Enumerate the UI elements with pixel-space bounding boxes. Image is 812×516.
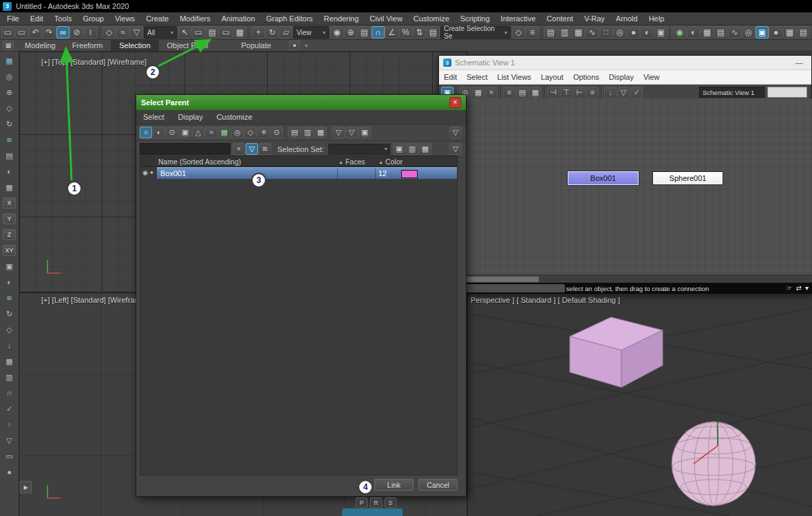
selected-row-highlight[interactable]: Box001 12	[157, 167, 457, 179]
ribbon-grid-icon[interactable]: ▦	[3, 41, 14, 50]
display-bones-icon[interactable]: ◇	[244, 127, 257, 138]
menu-customize[interactable]: Customize	[408, 12, 455, 25]
toolbar-icon[interactable]: ▤	[714, 26, 727, 39]
select-object-icon[interactable]: ↖	[178, 26, 191, 39]
tool-icon[interactable]: ≋	[3, 134, 16, 145]
row-color-swatch[interactable]	[401, 170, 418, 178]
menu-create[interactable]: Create	[140, 12, 174, 25]
display-lights-icon[interactable]: ⊙	[166, 127, 178, 138]
percent-snap-icon[interactable]: %	[399, 26, 412, 39]
schematic-menu-options[interactable]: Options	[568, 73, 604, 81]
dialog-menu-display[interactable]: Display	[171, 113, 210, 121]
rectangular-region-icon[interactable]: ▭	[220, 26, 233, 39]
toolbar-icon[interactable]: ▽	[130, 26, 143, 39]
select-and-rotate-icon[interactable]: ↻	[266, 26, 279, 39]
viewport-perspective-label[interactable]: Perspective ] [ Standard ] [ Default Sha…	[471, 296, 620, 304]
object-list[interactable]: ◉ ● Box001 12	[140, 166, 458, 475]
tool-icon[interactable]: ✓	[3, 403, 16, 414]
render-production-icon[interactable]: ▣	[654, 26, 667, 39]
bind-to-space-warp-icon[interactable]: ≀	[84, 26, 97, 39]
rendered-frame-icon[interactable]: ◐	[641, 26, 654, 39]
toolbar-icon[interactable]: ▤	[797, 26, 810, 39]
viewport-left-label[interactable]: [+] [Left] [Standard] [Wirefram	[41, 296, 141, 304]
menu-content[interactable]: Content	[541, 12, 579, 25]
selection-set-icon[interactable]: ▣	[393, 143, 405, 155]
selection-set-icon[interactable]: ▥	[406, 143, 418, 155]
menu-vray[interactable]: V-Ray	[579, 12, 610, 25]
dialog-menu-customize[interactable]: Customize	[210, 113, 259, 121]
tool-icon[interactable]: ▦	[3, 55, 16, 66]
tool-icon[interactable]: ↓	[3, 340, 16, 351]
menu-file[interactable]: File	[1, 12, 25, 25]
tab-object-paint[interactable]: Object Paint	[159, 40, 217, 51]
list-view-icon[interactable]: ▦	[314, 127, 327, 138]
display-hidden-icon[interactable]: ⊙	[270, 127, 283, 138]
ribbon-toggle-icon[interactable]: ▦	[572, 26, 585, 39]
display-groups-icon[interactable]: ▦	[218, 127, 231, 138]
window-crossing-icon[interactable]: ▦	[233, 26, 246, 39]
tool-icon[interactable]: ↻	[3, 118, 16, 129]
schematic-menu-display[interactable]: Display	[604, 73, 639, 81]
close-icon[interactable]: ×	[449, 97, 461, 108]
tool-icon[interactable]: ◎	[3, 71, 16, 82]
eye-icon[interactable]: ◉	[142, 169, 148, 176]
select-and-scale-icon[interactable]: ▱	[279, 26, 292, 39]
display-geometry-icon[interactable]: ◐	[153, 127, 165, 138]
pan-hand-icon[interactable]: ☞	[787, 284, 793, 292]
toolbar-icon[interactable]: ◇	[103, 26, 116, 39]
align-left-icon[interactable]: ⊣	[547, 87, 559, 98]
render-setup-icon[interactable]: ●	[627, 26, 640, 39]
clear-icon[interactable]: ×	[233, 143, 245, 155]
toolbar-icon[interactable]: ▭	[192, 26, 205, 39]
schematic-menu-edit[interactable]: Edit	[439, 73, 462, 81]
menu-graph-editors[interactable]: Graph Editors	[261, 12, 319, 25]
schematic-tool-icon[interactable]: ↓	[604, 87, 617, 98]
tool-icon[interactable]: ▭	[3, 451, 16, 462]
tool-icon[interactable]: ◇	[3, 324, 16, 335]
schematic-titlebar[interactable]: 3 Schematic View 1 —	[439, 56, 811, 70]
tool-icon[interactable]: ▤	[3, 150, 16, 161]
menu-views[interactable]: Views	[109, 12, 140, 25]
display-helpers-icon[interactable]: △	[192, 127, 204, 138]
undo-icon[interactable]: ↶	[29, 26, 42, 39]
tool-icon[interactable]: ◐	[3, 277, 16, 288]
toolbar-icon[interactable]: ▣	[756, 26, 769, 39]
menu-rendering[interactable]: Rendering	[319, 12, 365, 25]
filter-box-icon[interactable]: ▣	[359, 127, 371, 138]
menu-arnold[interactable]: Arnold	[610, 12, 643, 25]
toolbar-icon[interactable]: ◎	[742, 26, 755, 39]
reference-coordinate-dropdown[interactable]: View ▾	[293, 26, 329, 39]
display-frozen-icon[interactable]: ✳	[257, 127, 270, 138]
menu-edit[interactable]: Edit	[25, 12, 49, 25]
tool-icon[interactable]: ↑	[3, 419, 16, 430]
column-header-color[interactable]: ▲ Color	[378, 158, 403, 166]
table-row[interactable]: ◉ ● Box001 12	[140, 167, 457, 179]
display-spacewarps-icon[interactable]: ≈	[205, 127, 217, 138]
tool-icon[interactable]: ▣	[3, 261, 16, 272]
schematic-view-icon[interactable]: ∷	[599, 26, 612, 39]
selection-filter-dropdown[interactable]: All ▾	[144, 26, 177, 39]
rotation-lock-button[interactable]: R	[370, 497, 382, 508]
filter-icon[interactable]: ▽	[345, 127, 358, 138]
named-selection-dropdown[interactable]: Create Selection Se ▾	[440, 26, 511, 39]
mirror-icon[interactable]: ◇	[512, 26, 525, 39]
scale-lock-button[interactable]: S	[385, 497, 396, 508]
list-view-icon[interactable]: ▤	[288, 127, 301, 138]
filter-icon[interactable]: ▽	[332, 127, 345, 138]
tab-modeling[interactable]: Modeling	[17, 40, 64, 51]
column-header-faces[interactable]: ▲ Faces	[339, 158, 365, 166]
align-icon[interactable]: ≡	[526, 26, 539, 39]
axis-xy-button[interactable]: XY	[3, 245, 16, 256]
align-right-icon[interactable]: ⊢	[573, 87, 586, 98]
tool-icon[interactable]: ≋	[3, 292, 16, 303]
cancel-button[interactable]: Cancel	[418, 479, 458, 491]
menu-interactive[interactable]: Interactive	[495, 12, 542, 25]
schematic-tool-icon[interactable]: ▤	[516, 87, 528, 98]
tool-icon[interactable]: ∩	[3, 387, 16, 398]
schematic-tool-icon[interactable]: ▽	[617, 87, 630, 98]
tool-icon[interactable]: ◐	[3, 166, 16, 177]
column-header-name[interactable]: Name (Sorted Ascending)	[158, 158, 241, 166]
dialog-titlebar[interactable]: Select Parent ×	[136, 95, 466, 110]
menu-tools[interactable]: Tools	[49, 12, 78, 25]
curve-editor-icon[interactable]: ∿	[586, 26, 599, 39]
